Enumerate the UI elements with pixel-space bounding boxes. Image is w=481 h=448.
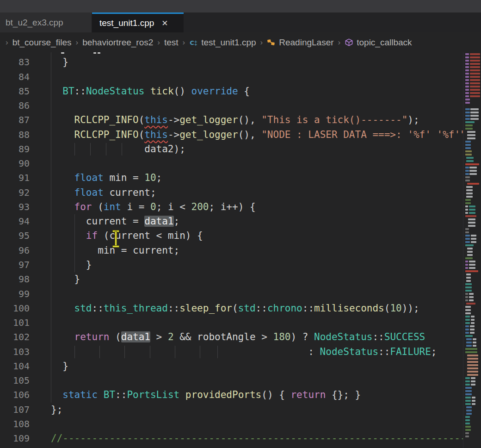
breadcrumb-item-bt_course_files[interactable]: bt_course_files — [12, 37, 72, 48]
line-number[interactable]: 93 — [0, 200, 30, 214]
code-line-109[interactable]: 109//-----------------------------------… — [0, 431, 463, 446]
line-number[interactable]: 96 — [0, 243, 30, 258]
minimap-code-block — [465, 209, 468, 211]
line-number[interactable]: 95 — [0, 229, 30, 243]
breadcrumb-item-behaviortree_ros2[interactable]: behaviortree_ros2 — [82, 37, 153, 48]
code-line-101[interactable]: 101 — [0, 316, 463, 330]
line-number[interactable]: 100 — [0, 301, 30, 316]
minimap[interactable] — [463, 52, 481, 448]
minimap-code-block — [470, 89, 480, 91]
minimap-code-block — [470, 69, 480, 71]
line-number[interactable]: 90 — [0, 156, 30, 171]
minimap-code-block — [466, 193, 473, 194]
code-line-94[interactable]: 94 current = data1; — [0, 214, 463, 229]
line-number[interactable]: 105 — [0, 373, 30, 388]
line-number[interactable]: 89 — [0, 142, 30, 156]
code-line-88[interactable]: 88 RCLCPP_INFO(this->get_logger(), "NODE… — [0, 128, 463, 142]
code-line-91[interactable]: 91 float min = 10; — [0, 171, 463, 185]
title-bar — [0, 0, 481, 12]
minimap-code-block — [465, 384, 470, 386]
code-line-87[interactable]: 87 RCLCPP_INFO(this->get_logger(), "This… — [0, 113, 463, 127]
minimap-code-block — [470, 325, 475, 327]
code-line-97[interactable]: 97 } — [0, 258, 463, 272]
minimap-code-block — [466, 413, 472, 415]
minimap-code-block — [473, 342, 476, 343]
line-number[interactable]: 109 — [0, 431, 30, 446]
line-number[interactable]: 108 — [0, 417, 30, 431]
minimap-code-block — [470, 92, 480, 94]
line-number[interactable]: 101 — [0, 316, 30, 330]
tab-test_unit1[interactable]: test_unit1.cpp ✕ — [92, 12, 184, 32]
svg-text:+: + — [194, 42, 197, 47]
breadcrumb-item-topic_callback[interactable]: topic_callback — [345, 37, 412, 48]
minimap-code-block — [465, 212, 468, 214]
code-line-105[interactable]: 105 — [0, 373, 463, 388]
indent-guide — [217, 346, 218, 358]
minimap-code-block — [465, 199, 471, 201]
minimap-code-block — [465, 270, 478, 272]
code-line-90[interactable]: 90 — [0, 156, 463, 171]
code-line-92[interactable]: 92 float current; — [0, 186, 463, 200]
line-number[interactable]: 91 — [0, 171, 30, 185]
code-line-98[interactable]: 98 } — [0, 272, 463, 286]
minimap-code-block — [472, 400, 475, 402]
line-number[interactable]: 107 — [0, 403, 30, 417]
line-number[interactable]: 97 — [0, 258, 30, 272]
minimap-code-block — [465, 286, 472, 288]
line-number[interactable]: 103 — [0, 345, 30, 359]
code-line-107[interactable]: 107}; — [0, 403, 463, 417]
code-line-108[interactable]: 108 — [0, 417, 463, 431]
minimap-code-block — [465, 264, 468, 266]
minimap-code-block — [465, 377, 470, 379]
breadcrumb-label: test_unit1.cpp — [201, 37, 256, 48]
code-line-99[interactable]: 99 — [0, 287, 463, 301]
close-icon[interactable]: ✕ — [161, 19, 168, 28]
code-line-103[interactable]: 103 : NodeStatus::FAILURE; — [0, 345, 463, 359]
line-number[interactable]: 92 — [0, 186, 30, 200]
breadcrumb-chevron: › — [338, 38, 341, 47]
line-number[interactable]: 98 — [0, 272, 30, 286]
minimap-code-block — [465, 293, 468, 295]
line-number[interactable]: 102 — [0, 330, 30, 344]
code-area[interactable]: 83 }8485 BT::NodeStatus tick() override … — [0, 52, 463, 448]
method-icon — [345, 38, 353, 47]
line-number[interactable]: 87 — [0, 113, 30, 127]
minimap-code-block — [472, 397, 475, 398]
code-line-106[interactable]: 106 static BT::PortsList providedPorts()… — [0, 388, 463, 402]
breadcrumb-item-ReadingLaser[interactable]: ReadingLaser — [267, 37, 333, 48]
code-line-100[interactable]: 100 std::this_thread::sleep_for(std::chr… — [0, 301, 463, 316]
breadcrumb-item-test_unit1.cpp[interactable]: C++test_unit1.cpp — [189, 37, 256, 48]
minimap-code-block — [466, 410, 472, 411]
code-line-96[interactable]: 96 min = current; — [0, 243, 463, 258]
code-line-104[interactable]: 104 } — [0, 359, 463, 373]
line-number[interactable]: 104 — [0, 359, 30, 373]
code-line-93[interactable]: 93 for (int i = 0; i < 200; i++) { — [0, 200, 463, 214]
line-number[interactable]: 86 — [0, 99, 30, 113]
code-line-102[interactable]: 102 return (data1 > 2 && robotAngle > 18… — [0, 330, 463, 344]
tab-bt_u2_ex3[interactable]: bt_u2_ex3.cpp — [0, 12, 92, 32]
line-number[interactable]: 83 — [0, 55, 30, 69]
minimap-code-block — [465, 173, 469, 175]
line-number[interactable]: 85 — [0, 84, 30, 99]
code-line-89[interactable]: 89 data2); — [0, 142, 463, 156]
line-number[interactable]: 88 — [0, 128, 30, 142]
minimap-code-block — [467, 251, 473, 253]
breadcrumb-item-test[interactable]: test — [164, 37, 179, 48]
line-number[interactable]: 99 — [0, 287, 30, 301]
minimap-code-block — [465, 118, 470, 120]
code-text: } — [51, 272, 80, 286]
code-line-95[interactable]: 95 if (current < min) { — [0, 229, 463, 243]
line-number[interactable]: 106 — [0, 388, 30, 402]
indent-guide — [99, 346, 100, 358]
minimap-code-block — [469, 296, 474, 298]
line-number[interactable]: 94 — [0, 214, 30, 229]
minimap-code-block — [465, 92, 469, 94]
minimap-code-block — [465, 86, 469, 87]
code-line-85[interactable]: 85 BT::NodeStatus tick() override { — [0, 84, 463, 99]
editor-pane[interactable]: 83 }8485 BT::NodeStatus tick() override … — [0, 52, 481, 448]
line-number[interactable]: 84 — [0, 70, 30, 84]
code-line-84[interactable]: 84 — [0, 70, 463, 84]
code-line-86[interactable]: 86 — [0, 99, 463, 113]
code-line-83[interactable]: 83 } — [0, 55, 463, 69]
minimap-code-block — [469, 170, 477, 172]
